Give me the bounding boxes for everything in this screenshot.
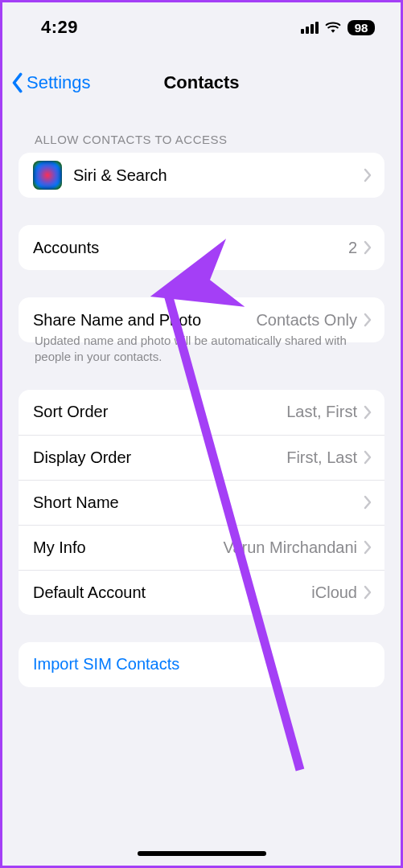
section-header-access: ALLOW CONTACTS TO ACCESS: [19, 125, 384, 153]
chevron-left-icon: [10, 72, 23, 93]
group-accounts: Accounts 2: [19, 225, 384, 270]
group-display-prefs: Sort Order Last, First Display Order Fir…: [19, 390, 384, 615]
back-label: Settings: [27, 72, 91, 93]
display-value: First, Last: [286, 448, 357, 467]
row-my-info[interactable]: My Info Varun Mirchandani: [19, 525, 384, 570]
cellular-signal-icon: [301, 21, 319, 34]
default-label: Default Account: [33, 583, 146, 602]
import-label: Import SIM Contacts: [33, 655, 179, 674]
row-import-sim[interactable]: Import SIM Contacts: [19, 642, 384, 687]
chevron-right-icon: [364, 450, 372, 465]
contacts-settings-screen: 4:29 98 Settings Contacts ALLOW CONTACTS…: [0, 0, 403, 868]
sort-label: Sort Order: [33, 403, 108, 421]
home-indicator: [138, 851, 266, 856]
share-value: Contacts Only: [256, 311, 357, 330]
chevron-right-icon: [364, 540, 372, 555]
group-import: Import SIM Contacts: [19, 642, 384, 687]
status-bar: 4:29 98: [2, 2, 401, 46]
battery-badge: 98: [347, 20, 375, 35]
chevron-right-icon: [364, 405, 372, 420]
accounts-label: Accounts: [33, 239, 99, 257]
share-footer-note: Updated name and photo will be automatic…: [19, 333, 384, 366]
chevron-right-icon: [364, 240, 372, 255]
back-button[interactable]: Settings: [2, 72, 91, 93]
nav-header: Settings Contacts: [2, 60, 401, 105]
row-sort-order[interactable]: Sort Order Last, First: [19, 390, 384, 435]
row-accounts[interactable]: Accounts 2: [19, 225, 384, 270]
chevron-right-icon: [364, 585, 372, 600]
myinfo-label: My Info: [33, 538, 86, 557]
row-display-order[interactable]: Display Order First, Last: [19, 435, 384, 480]
default-value: iCloud: [311, 583, 357, 602]
row-default-account[interactable]: Default Account iCloud: [19, 570, 384, 615]
siri-icon: [33, 161, 62, 190]
myinfo-value: Varun Mirchandani: [224, 538, 357, 557]
group-access: Siri & Search: [19, 153, 384, 198]
row-short-name[interactable]: Short Name: [19, 480, 384, 525]
status-time: 4:29: [41, 17, 78, 38]
share-label: Share Name and Photo: [33, 311, 201, 330]
content: ALLOW CONTACTS TO ACCESS Siri & Search A…: [2, 125, 401, 747]
short-label: Short Name: [33, 493, 119, 512]
wifi-icon: [325, 21, 341, 34]
sort-value: Last, First: [286, 403, 357, 421]
chevron-right-icon: [364, 168, 372, 182]
chevron-right-icon: [364, 495, 372, 510]
accounts-value: 2: [348, 239, 357, 257]
chevron-right-icon: [364, 313, 372, 327]
siri-label: Siri & Search: [73, 166, 167, 185]
display-label: Display Order: [33, 448, 131, 467]
status-indicators: 98: [301, 20, 375, 35]
row-siri-search[interactable]: Siri & Search: [19, 153, 384, 198]
